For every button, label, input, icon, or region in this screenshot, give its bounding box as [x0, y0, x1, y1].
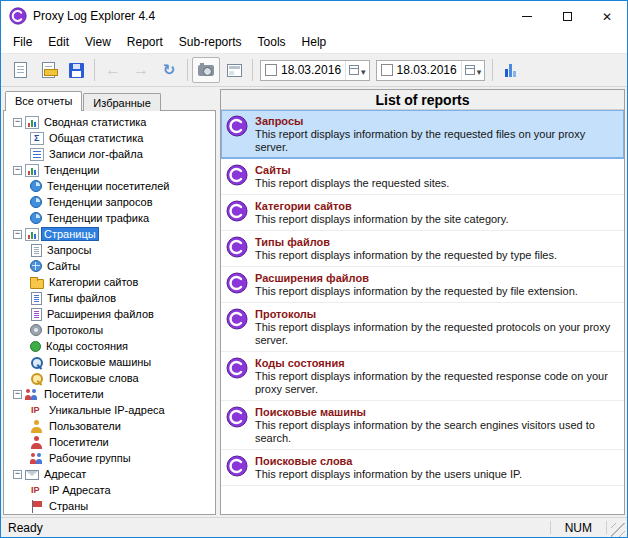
report-desc: This report displays information by the …	[255, 370, 618, 396]
close-button[interactable]	[587, 1, 627, 31]
new-button[interactable]	[6, 57, 34, 83]
report-icon	[226, 236, 248, 258]
report-list-item[interactable]: Категории сайтовThis report displays inf…	[221, 195, 624, 231]
tree-item[interactable]: Типы файлов	[4, 290, 215, 306]
report-desc: This report displays information by the …	[255, 468, 522, 481]
tree-expander-icon[interactable]	[13, 230, 22, 239]
tree-item[interactable]: Посетители	[4, 386, 215, 402]
report-layout-button[interactable]	[220, 57, 248, 83]
window-controls	[507, 1, 627, 31]
menu-bar: FileEditViewReportSub-reportsToolsHelp	[1, 31, 627, 54]
magnifier-yellow-icon	[30, 372, 44, 385]
person-yellow-icon	[30, 420, 44, 433]
report-list-item[interactable]: ЗапросыThis report displays information …	[221, 110, 624, 159]
tab-0[interactable]: Все отчеты	[5, 91, 82, 111]
open-button[interactable]	[34, 57, 62, 83]
tree-item[interactable]: Страны	[4, 498, 215, 514]
maximize-button[interactable]	[547, 1, 587, 31]
tree-item[interactable]: Запросы	[4, 242, 215, 258]
report-list-item[interactable]: Поисковые словаThis report displays info…	[221, 450, 624, 486]
refresh-button[interactable]	[155, 57, 183, 83]
tree-item-label: Сводная статистика	[42, 116, 149, 128]
report-list-item[interactable]: Коды состоянияThis report displays infor…	[221, 352, 624, 401]
status-ok-icon	[30, 341, 41, 352]
tree-item[interactable]: Тенденции посетителей	[4, 178, 215, 194]
tree-item[interactable]: Коды состояния	[4, 338, 215, 354]
tree-expander-icon[interactable]	[13, 166, 22, 175]
date-from-checkbox[interactable]	[265, 64, 277, 76]
tree-item-label: Поисковые слова	[47, 372, 141, 384]
status-text: Ready	[8, 521, 43, 535]
tree-item-label: Категории сайтов	[47, 276, 140, 288]
tree-item[interactable]: Поисковые слова	[4, 370, 215, 386]
left-panel: Все отчетыИзбранные Сводная статистикаОб…	[3, 89, 216, 515]
date-to-checkbox[interactable]	[381, 64, 393, 76]
report-list-item[interactable]: Поисковые машиныThis report displays inf…	[221, 401, 624, 450]
tree-item[interactable]: Тенденции трафика	[4, 210, 215, 226]
tree-item[interactable]: Сайты	[4, 258, 215, 274]
globe-icon	[30, 260, 42, 272]
tree-item[interactable]: Записи лог-файла	[4, 146, 215, 162]
menu-item-sub-reports[interactable]: Sub-reports	[171, 32, 250, 52]
document-icon	[31, 244, 42, 257]
tree-item[interactable]: Общая статистика	[4, 130, 215, 146]
date-from-picker[interactable]: 18.03.2016	[260, 60, 370, 81]
main-area: Все отчетыИзбранные Сводная статистикаОб…	[1, 87, 627, 517]
menu-item-view[interactable]: View	[77, 32, 119, 52]
num-lock-indicator: NUM	[555, 521, 602, 535]
date-to-picker[interactable]: 18.03.2016	[376, 60, 486, 81]
date-to-value: 18.03.2016	[397, 63, 457, 77]
save-button[interactable]	[62, 57, 90, 83]
tree-expander-icon[interactable]	[13, 118, 22, 127]
date-to-dropdown-button[interactable]	[461, 61, 485, 80]
date-from-dropdown-button[interactable]	[345, 61, 369, 80]
report-list-item[interactable]: СайтыThis report displays the requested …	[221, 159, 624, 195]
tree-item-label: Типы файлов	[45, 292, 118, 304]
menu-item-report[interactable]: Report	[119, 32, 171, 52]
tree-item[interactable]: Расширения файлов	[4, 306, 215, 322]
tree-item[interactable]: Страницы	[4, 226, 215, 242]
tree-item[interactable]: Сводная статистика	[4, 114, 215, 130]
new-document-icon	[14, 62, 27, 78]
tree-item[interactable]: Адресат	[4, 466, 215, 482]
resize-grip-icon[interactable]	[611, 523, 625, 537]
tree-expander-icon[interactable]	[13, 390, 22, 399]
tree-item[interactable]: Тенденции	[4, 162, 215, 178]
tree-item[interactable]: IP Адресата	[4, 482, 215, 498]
tree-item[interactable]: Категории сайтов	[4, 274, 215, 290]
tree-item[interactable]: Уникальные IP-адреса	[4, 402, 215, 418]
tree-item-label: Пользователи	[47, 420, 123, 432]
tab-1[interactable]: Избранные	[83, 93, 161, 111]
tree-item[interactable]: Посетители	[4, 434, 215, 450]
tree-item[interactable]: Протоколы	[4, 322, 215, 338]
tree-expander-icon[interactable]	[13, 470, 22, 479]
menu-item-edit[interactable]: Edit	[40, 32, 77, 52]
forward-button[interactable]	[127, 57, 155, 83]
back-button[interactable]	[99, 57, 127, 83]
calendar-icon	[349, 65, 359, 75]
document-blue-icon	[31, 292, 42, 305]
toolbar-separator	[187, 59, 188, 81]
menu-item-tools[interactable]: Tools	[250, 32, 294, 52]
tree-item-label: Коды состояния	[44, 340, 130, 352]
tree-item-label: Страницы	[42, 228, 98, 240]
report-icon	[226, 115, 248, 137]
report-desc: This report displays information by the …	[255, 419, 618, 445]
snapshot-button[interactable]	[192, 57, 220, 83]
tree-item-label: Записи лог-файла	[47, 148, 145, 160]
chart-button[interactable]	[497, 57, 525, 83]
menu-item-help[interactable]: Help	[294, 32, 335, 52]
report-list-item[interactable]: ПротоколыThis report displays informatio…	[221, 303, 624, 352]
menu-item-file[interactable]: File	[5, 32, 40, 52]
tree-item[interactable]: Рабочие группы	[4, 450, 215, 466]
tree-item[interactable]: Тенденции запросов	[4, 194, 215, 210]
report-list-item[interactable]: Типы файловThis report displays informat…	[221, 231, 624, 267]
report-list-item[interactable]: Расширения файловThis report displays in…	[221, 267, 624, 303]
report-text: Поисковые машиныThis report displays inf…	[255, 405, 618, 445]
bar-chart-icon	[25, 228, 39, 241]
tree-item[interactable]: Поисковые машины	[4, 354, 215, 370]
tree-item[interactable]: Пользователи	[4, 418, 215, 434]
report-title: Коды состояния	[255, 356, 618, 370]
bar-chart-toolbar-icon	[504, 63, 519, 77]
minimize-button[interactable]	[507, 1, 547, 31]
